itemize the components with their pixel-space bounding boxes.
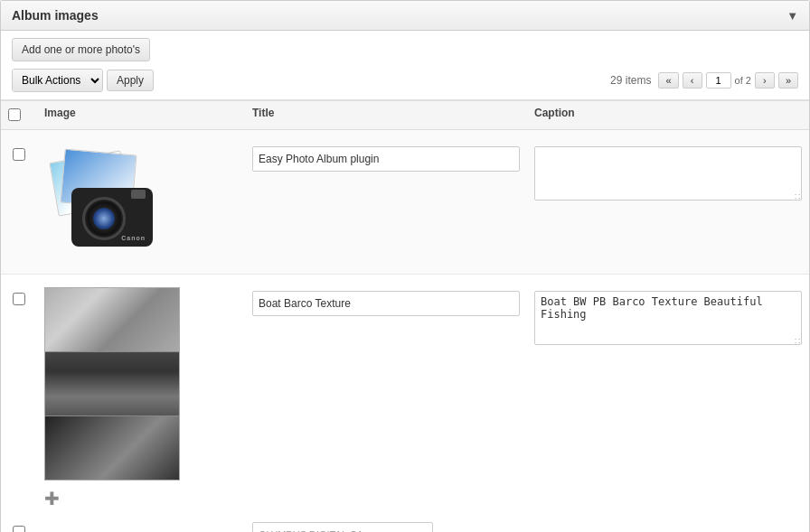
row2-checkbox-cell: [1, 284, 37, 313]
row1-image-cell: Canon: [37, 139, 245, 255]
header-title: Title: [245, 107, 527, 124]
camera-brand-label: Canon: [121, 235, 146, 241]
move-icon[interactable]: ✚: [44, 488, 60, 509]
apply-button[interactable]: Apply: [107, 70, 154, 91]
row2-title-input[interactable]: [252, 291, 520, 316]
header-caption: Caption: [527, 107, 809, 124]
widget-toggle-icon[interactable]: ▼: [786, 9, 798, 23]
row2-caption-wrapper: Boat BW PB Barco Texture Beautiful Fishi…: [534, 291, 802, 348]
row2-section: ✚ Boat BW PB Barco Texture Beautiful Fis…: [1, 275, 809, 532]
bulk-actions-select[interactable]: Bulk Actions Delete: [13, 70, 102, 91]
table-row: Canon ∷: [1, 130, 809, 275]
row2-checkbox[interactable]: [13, 293, 25, 305]
row1-caption-textarea[interactable]: [534, 146, 802, 201]
first-page-button[interactable]: «: [658, 72, 678, 89]
row1-title-input[interactable]: [252, 146, 520, 172]
camera-lens-inner: [93, 208, 115, 229]
row2-sub-title-cell: ∷: [245, 517, 809, 532]
items-count: 29 items: [610, 74, 651, 87]
collage-bottom: [45, 416, 179, 480]
row1-title-cell: [245, 139, 527, 179]
row1-image: Canon: [44, 143, 189, 251]
bulk-actions-row: Bulk Actions Delete Apply 29 items « ‹ o…: [12, 69, 798, 92]
collage-middle: [45, 352, 179, 415]
header-checkbox-cell: [1, 107, 37, 124]
row2-image-cell: ✚: [37, 284, 245, 513]
last-page-button[interactable]: »: [778, 72, 798, 89]
table-header: Image Title Caption: [1, 100, 809, 130]
toolbar: Add one or more photo's Bulk Actions Del…: [1, 31, 809, 100]
select-all-checkbox[interactable]: [8, 108, 21, 121]
row2-caption-textarea[interactable]: Boat BW PB Barco Texture Beautiful Fishi…: [534, 291, 802, 345]
pagination: 29 items « ‹ of 2 › »: [610, 72, 798, 89]
row2-sub: ∷: [1, 513, 809, 532]
bulk-actions-select-wrapper: Bulk Actions Delete: [12, 69, 103, 92]
row2-sub-title-input[interactable]: [252, 522, 433, 532]
next-page-button[interactable]: ›: [755, 72, 775, 89]
camera-lens: [82, 197, 126, 240]
row2-main: ✚ Boat BW PB Barco Texture Beautiful Fis…: [1, 275, 809, 513]
row2-resize-handle: ∷: [795, 336, 800, 346]
row2-sub-checkbox[interactable]: [13, 526, 25, 532]
row2-collage: [44, 287, 180, 481]
page-number-input[interactable]: [706, 72, 731, 89]
add-photos-button[interactable]: Add one or more photo's: [12, 38, 150, 61]
bulk-actions-left: Bulk Actions Delete Apply: [12, 69, 154, 92]
camera-main: Canon: [71, 188, 153, 247]
header-image: Image: [37, 107, 245, 124]
prev-page-button[interactable]: ‹: [683, 72, 702, 89]
camera-body: Canon: [71, 179, 162, 251]
row2-caption-cell: Boat BW PB Barco Texture Beautiful Fishi…: [527, 284, 809, 355]
row1-checkbox-cell: [1, 139, 37, 168]
row1-checkbox[interactable]: [13, 148, 25, 161]
widget-header: Album images ▼: [1, 1, 809, 31]
album-images-widget: Album images ▼ Add one or more photo's B…: [0, 0, 810, 532]
row1-caption-cell: ∷: [527, 139, 809, 210]
widget-title: Album images: [12, 8, 99, 23]
row2-sub-checkbox-cell: [1, 517, 37, 532]
page-of-text: of 2: [735, 75, 751, 86]
row1-resize-handle: ∷: [795, 191, 800, 201]
collage-top: [45, 288, 179, 351]
camera-flash: [131, 190, 146, 199]
row1-caption-wrapper: ∷: [534, 146, 802, 203]
row2-title-cell: [245, 284, 527, 323]
